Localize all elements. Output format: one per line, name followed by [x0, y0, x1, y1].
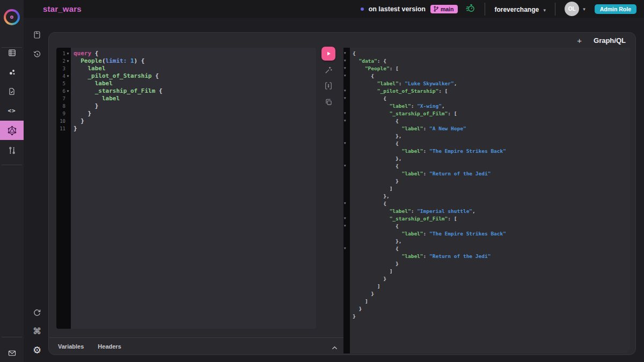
settings-button[interactable]: ⚙	[30, 343, 44, 357]
code-token: {	[353, 163, 399, 169]
execute-button[interactable]	[321, 47, 335, 61]
code-token: "label"	[377, 80, 399, 86]
code-token: ]	[353, 283, 380, 289]
sidebar-item-graph[interactable]	[0, 62, 24, 82]
fold-caret-icon[interactable]: ▾	[344, 224, 346, 228]
response-line: },	[353, 238, 630, 245]
code-token: :	[411, 103, 417, 109]
fold-caret-icon[interactable]: ▾	[344, 201, 346, 205]
code-token	[353, 103, 390, 109]
response-line: }	[353, 260, 630, 268]
code-token: }	[353, 313, 356, 319]
code-token: : [	[390, 65, 399, 71]
response-line: {	[353, 95, 630, 102]
fold-caret-icon[interactable]: ▾	[65, 87, 70, 95]
sidebar-item-mail[interactable]	[0, 343, 24, 362]
refetch-schema-button[interactable]	[30, 306, 44, 320]
code-token: "People"	[365, 65, 390, 71]
tab-headers[interactable]: Headers	[98, 343, 121, 350]
prettify-button[interactable]	[323, 64, 334, 76]
code-token: "Luke Skywalker"	[405, 80, 454, 86]
code-token: }	[353, 178, 399, 184]
line-number: 9	[58, 110, 65, 117]
code-text: label	[74, 95, 120, 102]
code-text: }	[74, 125, 77, 132]
keyboard-shortcuts-icon: ⌘	[33, 327, 41, 336]
line-gutter: 10	[56, 117, 71, 125]
graphiql-logo-text: Graph	[594, 36, 614, 45]
sidebar-item-validate[interactable]	[0, 82, 24, 101]
fold-caret-icon[interactable]: ▾	[65, 50, 70, 57]
org-selector[interactable]: foreverchange ▾	[494, 4, 546, 14]
docs-button[interactable]	[30, 28, 44, 42]
code-token: {	[353, 50, 356, 56]
line-gutter: 9	[56, 110, 71, 117]
code-token: label	[74, 65, 106, 72]
code-token: {	[91, 50, 98, 57]
response-line: }	[353, 305, 630, 313]
response-line: "label": "Return of the Jedi"	[353, 170, 630, 178]
fold-caret-icon[interactable]: ▾	[344, 58, 346, 63]
code-token: }	[353, 261, 399, 267]
app-logo[interactable]	[4, 9, 20, 25]
stopwatch-icon	[465, 3, 475, 13]
timer-button[interactable]	[465, 3, 475, 16]
user-menu[interactable]: OL ▾	[565, 2, 586, 16]
graphiql-panel: + GraphiQL 1▾query {2▾ People(limit: 1) …	[48, 32, 636, 355]
fold-caret-icon[interactable]: ▾	[344, 119, 346, 123]
fold-caret-icon[interactable]: ▾	[65, 72, 70, 80]
tab-variables[interactable]: Variables	[58, 343, 84, 350]
code-token: label	[74, 95, 120, 102]
code-line: 2▾ People(limit: 1) {	[56, 57, 316, 65]
code-token: },	[353, 238, 402, 244]
fold-caret-icon[interactable]: ▾	[65, 57, 70, 65]
fold-caret-icon[interactable]: ▾	[344, 216, 346, 220]
code-token: "data"	[358, 58, 377, 64]
line-number: 3	[58, 65, 65, 72]
pane-divider[interactable]: ▾▾▾▾▾▾▾▾▾▾▾▾▾▾	[343, 48, 350, 353]
collapse-footer-button[interactable]	[332, 343, 338, 352]
code-token: :	[423, 171, 429, 176]
chevron-up-icon	[332, 346, 338, 350]
code-token: :	[423, 125, 429, 131]
code-token: },	[353, 156, 402, 161]
response-line: "label": "Imperial shuttle",	[353, 208, 630, 215]
code-token	[353, 171, 402, 176]
query-editor[interactable]: 1▾query {2▾ People(limit: 1) {3 label4▾ …	[56, 48, 316, 329]
history-button[interactable]	[30, 47, 44, 61]
code-token: "_starship_of_Film"	[390, 110, 448, 116]
keyboard-shortcuts-button[interactable]: ⌘	[30, 324, 44, 338]
line-gutter: 2▾	[56, 57, 71, 65]
fold-caret-icon[interactable]: ▾	[344, 88, 346, 93]
add-tab-button[interactable]: +	[577, 36, 582, 45]
fold-caret-icon[interactable]: ▾	[344, 66, 346, 70]
fold-caret-icon[interactable]: ▾	[344, 141, 346, 145]
query-editor-lines: 1▾query {2▾ People(limit: 1) {3 label4▾ …	[56, 50, 316, 132]
fold-caret-icon[interactable]: ▾	[344, 73, 346, 78]
code-line: 4▾ _pilot_of_Starship {	[56, 72, 316, 80]
code-token: "label"	[402, 231, 423, 237]
sidebar-item-branches[interactable]	[0, 141, 24, 160]
code-token: :	[399, 80, 405, 86]
line-gutter: 11	[56, 125, 71, 132]
code-token: : [	[438, 88, 448, 94]
branch-badge[interactable]: main	[430, 5, 458, 13]
copy-query-button[interactable]	[323, 96, 334, 108]
sidebar-item-graphql[interactable]	[0, 121, 24, 140]
fold-caret-icon[interactable]: ▾	[344, 246, 346, 250]
code-token: },	[353, 193, 390, 199]
merge-fragments-button[interactable]	[323, 80, 334, 92]
fold-caret-icon[interactable]: ▾	[344, 164, 346, 168]
code-token: ]	[353, 268, 392, 274]
fold-caret-icon[interactable]: ▾	[344, 51, 346, 55]
divider	[2, 165, 22, 165]
code-line: 9 }	[56, 110, 316, 117]
sidebar-item-schema[interactable]	[0, 43, 24, 62]
avatar: OL	[565, 2, 579, 16]
graphiql-logo[interactable]: GraphiQL	[594, 36, 626, 45]
response-line: {	[353, 140, 630, 147]
fold-caret-icon[interactable]: ▾	[344, 96, 346, 100]
sidebar-item-code[interactable]: <>	[0, 101, 24, 120]
fold-caret-icon[interactable]: ▾	[344, 111, 346, 115]
org-name: foreverchange	[494, 6, 539, 13]
